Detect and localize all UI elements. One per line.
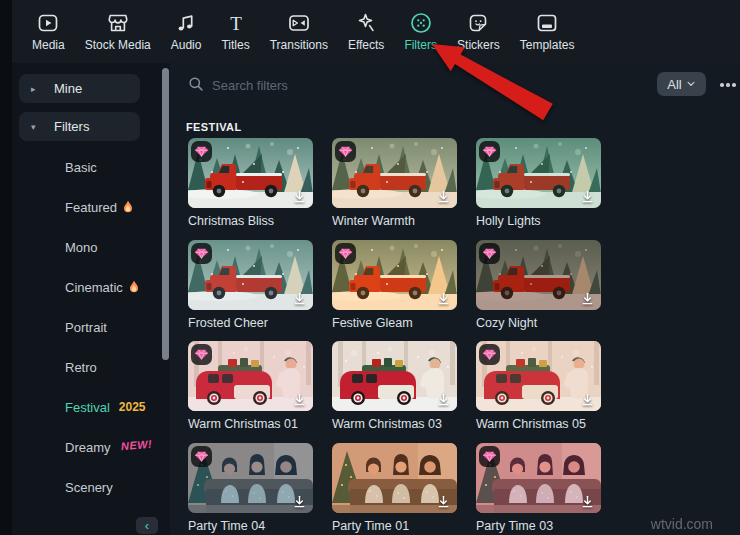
flame-icon: [128, 280, 140, 294]
chevron-down-icon: ▾: [31, 122, 41, 132]
filter-card-christmas-bliss[interactable]: Christmas Bliss: [188, 138, 313, 240]
sidebar-items: BasicFeaturedMonoCinematicPortraitRetroF…: [12, 147, 170, 507]
download-icon[interactable]: [580, 494, 595, 509]
sidebar-item-cinematic[interactable]: Cinematic: [12, 267, 170, 307]
sidebar-item-dreamy[interactable]: DreamyNEW!: [12, 427, 170, 467]
audio-icon: [174, 11, 198, 35]
toolbar: MediaStock MediaAudioTTitlesTransitionsE…: [12, 0, 740, 64]
sidebar-item-mono[interactable]: Mono: [12, 227, 170, 267]
section-title: FESTIVAL: [186, 121, 242, 133]
download-icon[interactable]: [292, 189, 307, 204]
ellipsis-icon: [720, 83, 723, 86]
download-icon[interactable]: [580, 291, 595, 306]
pro-diamond-icon: [479, 243, 500, 264]
filters-grid: Christmas BlissWinter WarmthHolly Lights…: [188, 138, 601, 535]
sidebar-item-retro[interactable]: Retro: [12, 347, 170, 387]
sidebar: ▸Mine▾FiltersBasicFeaturedMonoCinematicP…: [12, 63, 170, 535]
chevron-down-icon: [686, 79, 696, 89]
chevron-right-icon: ▸: [31, 84, 41, 94]
effects-icon: [354, 11, 378, 35]
filter-card-party-time-03[interactable]: Party Time 03: [476, 443, 601, 535]
tab-effects[interactable]: Effects: [338, 0, 394, 63]
pro-diamond-icon: [191, 243, 212, 264]
download-icon[interactable]: [580, 189, 595, 204]
filter-card-warm-christmas-05[interactable]: Warm Christmas 05: [476, 341, 601, 443]
sidebar-item-portrait[interactable]: Portrait: [12, 307, 170, 347]
filters-panel-window: MediaStock MediaAudioTTitlesTransitionsE…: [0, 0, 740, 535]
filter-card-festive-gleam[interactable]: Festive Gleam: [332, 240, 457, 342]
filter-card-party-time-04[interactable]: Party Time 04: [188, 443, 313, 535]
tab-stickers[interactable]: Stickers: [447, 0, 510, 63]
search-row: All: [170, 63, 740, 105]
chevron-left-icon: ‹: [145, 519, 149, 532]
filter-card-holly-lights[interactable]: Holly Lights: [476, 138, 601, 240]
filter-type-dropdown[interactable]: All: [657, 72, 706, 96]
search-icon: [188, 76, 204, 92]
more-options-button[interactable]: [716, 80, 740, 90]
sidebar-group-filters[interactable]: ▾Filters: [19, 112, 140, 141]
tab-stock-media[interactable]: Stock Media: [75, 0, 161, 63]
pro-diamond-icon: [479, 344, 500, 365]
download-icon[interactable]: [580, 392, 595, 407]
pro-diamond-icon: [191, 344, 212, 365]
pro-diamond-icon: [479, 141, 500, 162]
watermark: wtvid.com: [651, 516, 713, 532]
svg-text:T: T: [230, 13, 242, 34]
sidebar-item-scenery[interactable]: Scenery: [12, 467, 170, 507]
sidebar-content: ▸Mine▾FiltersBasicFeaturedMonoCinematicP…: [12, 74, 170, 507]
filter-card-warm-christmas-01[interactable]: Warm Christmas 01: [188, 341, 313, 443]
download-icon[interactable]: [292, 392, 307, 407]
sidebar-item-basic[interactable]: Basic: [12, 147, 170, 187]
filters-icon: [409, 11, 433, 35]
download-icon[interactable]: [436, 392, 451, 407]
download-icon[interactable]: [436, 291, 451, 306]
stock-media-icon: [106, 11, 130, 35]
badge-new: NEW!: [120, 438, 152, 453]
pro-diamond-icon: [335, 243, 356, 264]
pro-diamond-icon: [191, 446, 212, 467]
sidebar-group-mine[interactable]: ▸Mine: [19, 74, 140, 103]
filter-card-warm-christmas-03[interactable]: Warm Christmas 03: [332, 341, 457, 443]
collapse-sidebar-button[interactable]: ‹: [136, 517, 158, 534]
tab-titles[interactable]: TTitles: [211, 0, 259, 63]
pro-diamond-icon: [335, 141, 356, 162]
filter-card-party-time-01[interactable]: Party Time 01: [332, 443, 457, 535]
download-icon[interactable]: [292, 494, 307, 509]
download-icon[interactable]: [436, 494, 451, 509]
toolbar-tabs: MediaStock MediaAudioTTitlesTransitionsE…: [22, 0, 584, 63]
main-panel: All FESTIVAL Christmas BlissWinter Warmt…: [170, 63, 740, 535]
sidebar-scrollbar[interactable]: [162, 68, 169, 360]
search-input[interactable]: [210, 71, 504, 99]
sidebar-item-featured[interactable]: Featured: [12, 187, 170, 227]
dropdown-value: All: [667, 77, 681, 92]
templates-icon: [535, 11, 559, 35]
badge-2025: 2025: [119, 400, 146, 414]
transitions-icon: [287, 11, 311, 35]
pro-diamond-icon: [191, 141, 212, 162]
tab-audio[interactable]: Audio: [161, 0, 212, 63]
filter-card-cozy-night[interactable]: Cozy Night: [476, 240, 601, 342]
stickers-icon: [466, 11, 490, 35]
filter-card-frosted-cheer[interactable]: Frosted Cheer: [188, 240, 313, 342]
tab-filters[interactable]: Filters: [394, 0, 447, 63]
sidebar-item-festival[interactable]: Festival2025: [12, 387, 170, 427]
media-icon: [36, 11, 60, 35]
titles-icon: T: [224, 11, 248, 35]
tab-templates[interactable]: Templates: [510, 0, 585, 63]
flame-icon: [122, 200, 134, 214]
tab-transitions[interactable]: Transitions: [260, 0, 338, 63]
tab-media[interactable]: Media: [22, 0, 75, 63]
download-icon[interactable]: [436, 189, 451, 204]
download-icon[interactable]: [292, 291, 307, 306]
pro-diamond-icon: [479, 446, 500, 467]
filter-card-winter-warmth[interactable]: Winter Warmth: [332, 138, 457, 240]
